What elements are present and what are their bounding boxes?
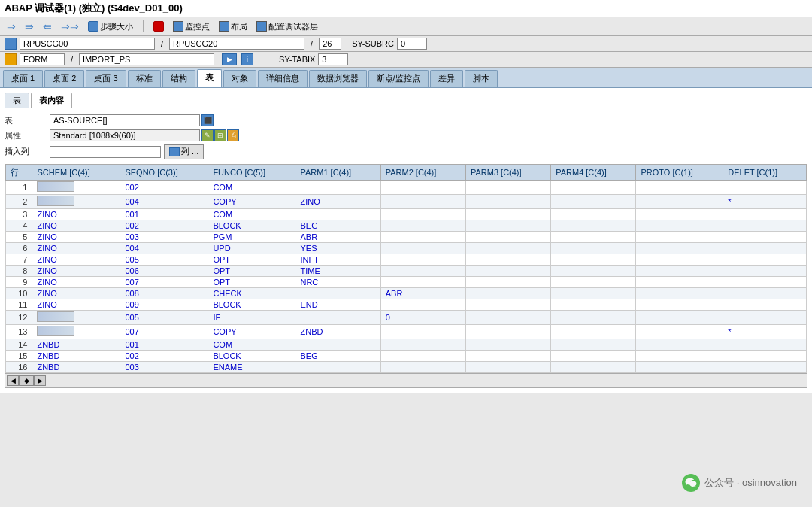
- cell-seqno[interactable]: 006: [120, 265, 208, 276]
- cell-proto[interactable]: [636, 265, 723, 276]
- cell-funco[interactable]: COPY: [208, 324, 295, 339]
- cell-seqno[interactable]: 007: [120, 324, 208, 339]
- cell-delet[interactable]: [723, 254, 807, 265]
- cell-schem[interactable]: ZINO: [32, 299, 120, 310]
- cell-parm1[interactable]: [295, 310, 380, 324]
- cell-schem[interactable]: ZINO: [32, 231, 120, 242]
- col-header-schem[interactable]: SCHEM [C(4)]: [32, 165, 120, 180]
- cell-parm2[interactable]: ABR: [380, 287, 465, 299]
- cell-parm4[interactable]: [551, 310, 636, 324]
- step-continue-btn[interactable]: ⇒⇒: [59, 20, 81, 33]
- cell-funco[interactable]: COM: [208, 180, 295, 194]
- cell-parm4[interactable]: [551, 265, 636, 276]
- cell-row-num[interactable]: 5: [6, 231, 32, 242]
- info-icon-btn[interactable]: i: [241, 53, 253, 65]
- tab-browser[interactable]: 数据浏览器: [309, 70, 367, 87]
- cell-seqno[interactable]: 003: [120, 361, 208, 372]
- cell-proto[interactable]: [636, 361, 723, 372]
- cell-parm3[interactable]: [465, 276, 550, 287]
- step-over-btn[interactable]: ⇛: [23, 20, 36, 33]
- cell-delet[interactable]: [723, 361, 807, 372]
- cell-proto[interactable]: [636, 324, 723, 339]
- step-return-btn[interactable]: ⇚: [41, 20, 54, 33]
- cell-proto[interactable]: [636, 339, 723, 350]
- step-into-btn[interactable]: ⇒: [5, 20, 18, 33]
- col-header-funco[interactable]: FUNCO [C(5)]: [208, 165, 295, 180]
- cell-seqno[interactable]: 005: [120, 254, 208, 265]
- cell-parm2[interactable]: [380, 324, 465, 339]
- list-cols-btn[interactable]: 列 ...: [164, 144, 204, 159]
- cell-row-num[interactable]: 4: [6, 220, 32, 231]
- cell-row-num[interactable]: 1: [6, 180, 32, 194]
- cell-row-num[interactable]: 11: [6, 299, 32, 310]
- cell-schem[interactable]: ZNBD: [32, 339, 120, 350]
- cell-delet[interactable]: [723, 310, 807, 324]
- cell-parm2[interactable]: [380, 265, 465, 276]
- cell-seqno[interactable]: 004: [120, 194, 208, 208]
- cell-proto[interactable]: [636, 194, 723, 208]
- cell-parm4[interactable]: [551, 180, 636, 194]
- cell-proto[interactable]: [636, 350, 723, 361]
- cell-row-num[interactable]: 7: [6, 254, 32, 265]
- cell-parm3[interactable]: [465, 299, 550, 310]
- cell-parm4[interactable]: [551, 208, 636, 220]
- insert-col-input[interactable]: [50, 146, 161, 158]
- cell-row-num[interactable]: 15: [6, 350, 32, 361]
- cell-delet[interactable]: [723, 339, 807, 350]
- cell-funco[interactable]: BLOCK: [208, 220, 295, 231]
- cell-parm2[interactable]: [380, 350, 465, 361]
- cell-parm3[interactable]: [465, 350, 550, 361]
- cell-parm2[interactable]: [380, 180, 465, 194]
- cell-row-num[interactable]: 6: [6, 242, 32, 254]
- cell-parm4[interactable]: [551, 220, 636, 231]
- cell-schem[interactable]: ZNBD: [32, 361, 120, 372]
- step-size-btn[interactable]: 步骤大小: [86, 20, 135, 33]
- cell-parm1[interactable]: END: [295, 299, 380, 310]
- cell-parm4[interactable]: [551, 324, 636, 339]
- cell-delet[interactable]: [723, 276, 807, 287]
- cell-funco[interactable]: OPT: [208, 276, 295, 287]
- cell-row-num[interactable]: 14: [6, 339, 32, 350]
- tab-desktop1[interactable]: 桌面 1: [3, 70, 43, 87]
- cell-proto[interactable]: [636, 231, 723, 242]
- cell-funco[interactable]: UPD: [208, 242, 295, 254]
- cell-row-num[interactable]: 16: [6, 361, 32, 372]
- expand-icon[interactable]: ▶: [222, 53, 237, 65]
- cell-delet[interactable]: [723, 180, 807, 194]
- scroll-pos-btn[interactable]: ◆: [19, 375, 34, 386]
- table-browse-icon[interactable]: ⬛: [201, 114, 214, 126]
- cell-schem[interactable]: ZINO: [32, 265, 120, 276]
- cell-schem[interactable]: [32, 180, 120, 194]
- cell-parm3[interactable]: [465, 254, 550, 265]
- tab-standard[interactable]: 标准: [128, 70, 161, 87]
- cell-schem[interactable]: [32, 194, 120, 208]
- cell-parm2[interactable]: [380, 276, 465, 287]
- cell-schem[interactable]: ZINO: [32, 287, 120, 299]
- cell-parm3[interactable]: [465, 194, 550, 208]
- cell-parm1[interactable]: BEG: [295, 220, 380, 231]
- cell-schem[interactable]: ZINO: [32, 254, 120, 265]
- cell-schem[interactable]: ZNBD: [32, 350, 120, 361]
- cell-schem[interactable]: [32, 310, 120, 324]
- tab-desktop3[interactable]: 桌面 3: [86, 70, 126, 87]
- cell-parm4[interactable]: [551, 299, 636, 310]
- cell-parm3[interactable]: [465, 287, 550, 299]
- cell-funco[interactable]: COM: [208, 339, 295, 350]
- col-header-proto[interactable]: PROTO [C(1)]: [636, 165, 723, 180]
- cell-seqno[interactable]: 004: [120, 242, 208, 254]
- cell-funco[interactable]: CHECK: [208, 287, 295, 299]
- cell-parm4[interactable]: [551, 254, 636, 265]
- cell-proto[interactable]: [636, 299, 723, 310]
- tab-diff[interactable]: 差异: [430, 70, 463, 87]
- cell-row-num[interactable]: 9: [6, 276, 32, 287]
- cell-row-num[interactable]: 12: [6, 310, 32, 324]
- cell-delet[interactable]: *: [723, 194, 807, 208]
- cell-parm1[interactable]: ZINO: [295, 194, 380, 208]
- cell-parm1[interactable]: INFT: [295, 254, 380, 265]
- table-field-input[interactable]: [50, 114, 200, 126]
- cell-funco[interactable]: BLOCK: [208, 350, 295, 361]
- cell-delet[interactable]: [723, 350, 807, 361]
- cell-seqno[interactable]: 008: [120, 287, 208, 299]
- cell-seqno[interactable]: 002: [120, 180, 208, 194]
- tab-detail[interactable]: 详细信息: [258, 70, 308, 87]
